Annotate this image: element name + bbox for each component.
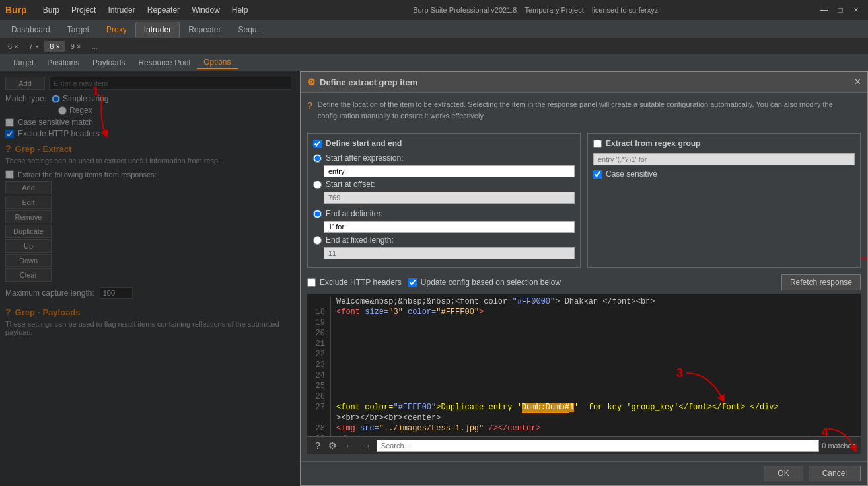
sub-tab-payloads[interactable]: Payloads [86,57,131,69]
line-content [336,360,861,371]
start-after-input-row [313,165,575,177]
end-at-delimiter-input-row [313,221,575,233]
modal-desc-row: ? Define the location of the item to be … [307,99,861,128]
line-content [336,329,861,339]
sub-tab-positions[interactable]: Positions [40,57,86,69]
settings-search-icon[interactable]: ⚙ [326,440,340,451]
sub-tab-target[interactable]: Target [5,57,40,69]
prev-search-button[interactable]: ← [342,440,357,451]
start-after-label: Start after expression: [326,153,403,163]
end-at-fixed-input-row [313,247,575,259]
update-config-checkbox[interactable] [408,278,417,287]
tab-sequ[interactable]: Sequ... [230,22,272,38]
main-container: Add Match type: Simple string Regex Case… [0,71,868,486]
num-tab-8[interactable]: 8 × [44,41,65,52]
title-bar: Burp Burp Project Intruder Repeater Wind… [0,0,868,20]
end-at-fixed-radio[interactable] [313,236,322,245]
modal-config-sections: Define start and end Start after express… [307,133,861,268]
line-content [336,318,861,329]
code-area: Welcome&nbsp;&nbsp;&nbsp;<font color="#F… [307,294,861,436]
num-tab-6[interactable]: 6 × [3,41,24,52]
start-after-input[interactable] [324,165,575,177]
help-search-icon[interactable]: ? [312,440,323,451]
code-line: 26 [307,392,861,403]
end-at-delimiter-radio[interactable] [313,210,322,218]
code-line: 28<img src="../images/Less-1.jpg" /></ce… [307,424,861,434]
search-input[interactable] [377,440,819,452]
num-tab-9[interactable]: 9 × [65,41,87,52]
line-content [336,371,861,382]
end-delimiter-row: End at delimiter: End at fixed length: [313,209,575,259]
start-after-radio[interactable] [313,154,322,163]
tab-intruder[interactable]: Intruder [135,22,180,38]
code-line: 25 [307,382,861,392]
menu-window[interactable]: Window [186,4,225,16]
end-at-delimiter-input[interactable] [324,221,575,233]
line-content: <font size="3" color="#FFFF00"> [336,307,861,318]
code-line: 23 [307,360,861,371]
menu-help[interactable]: Help [227,4,254,16]
menu-repeater[interactable]: Repeater [142,4,185,16]
exclude-http-check-row: Exclude HTTP headers [307,278,402,287]
minimize-button[interactable]: — [818,3,831,17]
sub-tab-resource-pool[interactable]: Resource Pool [131,57,197,69]
menu-burp[interactable]: Burp [38,4,65,16]
burp-logo: Burp [5,5,27,15]
line-content [336,392,861,403]
line-content: Welcome&nbsp;&nbsp;&nbsp;<font color="#F… [336,297,861,307]
line-number: 29 [307,434,331,436]
line-content: <font color="#FFFF00">Duplicate entry 'D… [336,403,861,413]
ok-button[interactable]: OK [764,466,803,481]
modal-exclude-http-label: Exclude HTTP headers [320,278,402,287]
refetch-response-button[interactable]: Refetch response [781,274,861,290]
modal-overlay: ⚙ Define extract grep item × ? Define th… [0,71,868,486]
line-content [336,339,861,350]
tab-proxy[interactable]: Proxy [98,22,135,38]
modal-dialog: ⚙ Define extract grep item × ? Define th… [300,71,868,486]
line-number: 23 [307,360,331,371]
line-number: 22 [307,350,331,360]
line-number: 21 [307,339,331,350]
code-line: 22 [307,350,861,360]
menu-intruder[interactable]: Intruder [102,4,140,16]
cancel-button[interactable]: Cancel [809,466,861,481]
tab-repeater[interactable]: Repeater [180,22,229,38]
regex-group-label: Extract from regex group [606,139,700,148]
sub-tab-bar: Target Positions Payloads Resource Pool … [0,54,868,71]
start-at-offset-input[interactable] [324,192,575,204]
maximize-button[interactable]: □ [834,3,847,17]
line-number: 24 [307,371,331,382]
num-tab-7[interactable]: 7 × [24,41,45,52]
code-line: 24 [307,371,861,382]
tab-dashboard[interactable]: Dashboard [3,22,59,38]
modal-body: ? Define the location of the item to be … [301,93,867,461]
regex-case-sensitive-checkbox[interactable] [593,170,602,179]
regex-group-section: Extract from regex group Case sensitive [587,133,861,268]
start-at-offset-input-row [313,192,575,204]
modal-close-button[interactable]: × [855,76,861,88]
define-start-end-checkbox[interactable] [313,140,322,148]
next-search-button[interactable]: → [359,440,374,451]
refetch-btn-container: Refetch response 2 [781,274,861,290]
menu-bar: Burp Project Intruder Repeater Window He… [38,4,254,16]
regex-input[interactable] [593,153,855,165]
line-content: </body> [336,434,861,436]
modal-exclude-http-checkbox[interactable] [307,278,316,287]
regex-group-title-row: Extract from regex group [593,139,855,148]
modal-options-row: Exclude HTTP headers Update config based… [307,274,861,290]
start-at-offset-radio[interactable] [313,181,322,189]
num-tab-bar: 6 × 7 × 8 × 9 × ... [0,38,868,54]
code-line: 29</body> [307,434,861,436]
close-button[interactable]: × [850,3,863,17]
regex-group-checkbox[interactable] [593,140,602,148]
end-at-fixed-input[interactable] [324,247,575,259]
sub-tab-options[interactable]: Options [197,56,237,69]
code-line: 20 [307,329,861,339]
define-start-end-title-row: Define start and end [313,139,575,148]
tab-target[interactable]: Target [59,22,98,38]
num-tab-more[interactable]: ... [86,41,102,52]
define-start-end-section: Define start and end Start after express… [307,133,581,268]
update-config-label: Update config based on selection below [421,278,561,287]
line-number: 20 [307,329,331,339]
menu-project[interactable]: Project [66,4,101,16]
